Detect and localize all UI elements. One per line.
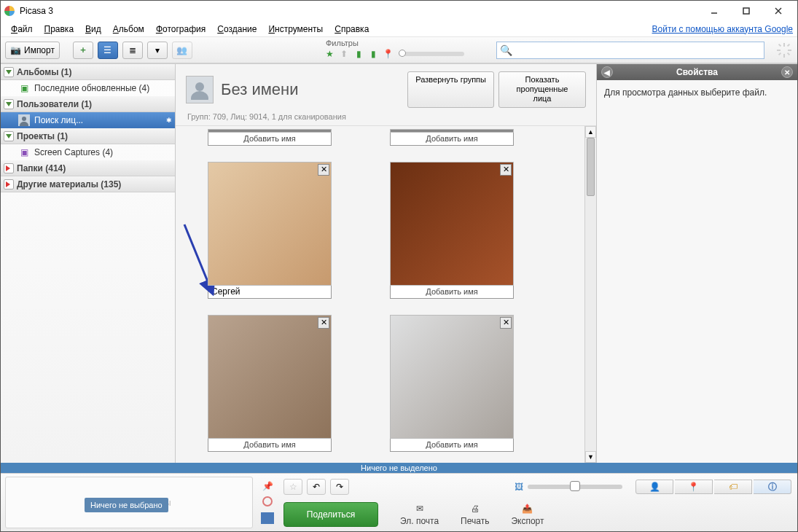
sidebar-item-recent[interactable]: ▣Последние обновленные (4): [1, 80, 175, 96]
email-button[interactable]: ✉Эл. почта: [400, 503, 439, 526]
sidebar-folders-header[interactable]: Папки (414): [1, 160, 175, 176]
expand-groups-button[interactable]: Развернуть группы: [407, 71, 494, 108]
svg-rect-8: [788, 50, 791, 51]
pin-icon[interactable]: 📌: [262, 481, 273, 491]
tab-info-button[interactable]: ⓘ: [754, 480, 791, 494]
face-thumbnail[interactable]: [208, 129, 332, 133]
dismiss-face-button[interactable]: ✕: [500, 164, 512, 176]
add-name-field[interactable]: Добавить имя: [390, 439, 514, 452]
filter-upload-icon[interactable]: ⬆: [337, 47, 351, 60]
menu-album[interactable]: Альбом: [107, 23, 150, 36]
filter-slider[interactable]: [399, 52, 464, 56]
panel-close-button[interactable]: ✕: [781, 66, 793, 78]
add-name-field[interactable]: Добавить имя: [390, 286, 514, 299]
share-mini-button[interactable]: 👥: [172, 42, 192, 59]
svg-rect-11: [787, 44, 790, 47]
sidebar-people-header[interactable]: Пользователи (1): [1, 96, 175, 112]
svg-rect-12: [778, 52, 781, 55]
face-thumbnail[interactable]: ✕: [390, 162, 514, 286]
zoom-slider[interactable]: [528, 485, 622, 489]
rotate-left-button[interactable]: ↶: [307, 479, 326, 495]
svg-point-14: [22, 117, 26, 121]
face-cell: Добавить имя: [383, 129, 521, 146]
search-input[interactable]: 🔍: [496, 42, 764, 59]
view-more-button[interactable]: ▾: [147, 42, 168, 59]
picasa-logo-icon: [4, 5, 15, 17]
scroll-down-button[interactable]: ▼: [585, 451, 596, 463]
face-cell: Добавить имя: [200, 129, 339, 146]
sidebar-other-label: Другие материалы (135): [17, 179, 121, 189]
add-name-field[interactable]: Добавить имя: [390, 133, 514, 146]
view-thumb-button[interactable]: ☰: [98, 42, 118, 59]
list-icon: ≣: [129, 45, 136, 55]
panel-prev-button[interactable]: ◀: [601, 66, 613, 78]
svg-rect-5: [783, 43, 785, 47]
sidebar-albums-header[interactable]: Альбомы (1): [1, 64, 175, 80]
export-button[interactable]: 📤Экспорт: [511, 503, 544, 526]
properties-header: ◀ Свойства ✕: [597, 64, 797, 80]
album-icon[interactable]: [261, 512, 274, 524]
share-button[interactable]: Поделиться: [283, 502, 378, 527]
stats-text: Групп: 709, Лиц: 9014, 1 для сканировани…: [187, 112, 586, 121]
import-button[interactable]: 📷 Импорт: [5, 42, 60, 59]
minimize-button[interactable]: [698, 1, 730, 20]
name-input[interactable]: [211, 286, 328, 297]
import-label: Импорт: [24, 45, 55, 55]
filter-movie-icon[interactable]: ▮: [367, 47, 380, 60]
print-button[interactable]: 🖨Печать: [461, 503, 489, 526]
vertical-scrollbar[interactable]: ▲ ▼: [584, 126, 596, 463]
maximize-button[interactable]: [730, 1, 762, 20]
add-name-field[interactable]: Добавить имя: [208, 133, 332, 146]
print-icon: 🖨: [468, 503, 482, 515]
signin-link[interactable]: Войти с помощью аккаунта Google: [652, 24, 793, 34]
dismiss-face-button[interactable]: ✕: [318, 317, 329, 329]
toolbar: 📷 Импорт ＋ ☰ ≣ ▾ 👥 Фильтры ★ ⬆ ▮ ▮ 📍 🔍: [1, 37, 797, 63]
titlebar: Picasa 3: [1, 1, 797, 21]
dismiss-face-button[interactable]: ✕: [318, 164, 329, 176]
view-list-button[interactable]: ≣: [122, 42, 143, 59]
menu-edit[interactable]: Правка: [39, 23, 80, 36]
face-thumbnail[interactable]: ✕: [208, 315, 332, 439]
name-input-active[interactable]: [208, 286, 332, 299]
menu-view[interactable]: Вид: [79, 23, 107, 36]
sidebar: Альбомы (1) ▣Последние обновленные (4) П…: [1, 64, 176, 463]
menu-help[interactable]: Справка: [329, 23, 375, 36]
show-missed-faces-button[interactable]: Показать пропущенные лица: [498, 71, 586, 108]
svg-rect-6: [783, 54, 785, 58]
star-button[interactable]: ☆: [283, 479, 302, 495]
sidebar-item-search-faces[interactable]: Поиск лиц... ✱: [1, 112, 175, 128]
menu-create[interactable]: Создание: [211, 23, 262, 36]
menu-tools[interactable]: Инструменты: [262, 23, 329, 36]
tab-places-button[interactable]: 📍: [675, 480, 713, 494]
filters-group: Фильтры ★ ⬆ ▮ ▮ 📍: [323, 37, 464, 60]
rotate-right-button[interactable]: ↷: [330, 479, 349, 495]
sidebar-other-header[interactable]: Другие материалы (135): [1, 176, 175, 192]
face-thumbnail[interactable]: ✕: [390, 315, 514, 439]
menu-file[interactable]: Файл: [5, 23, 39, 36]
close-button[interactable]: [762, 1, 794, 20]
scroll-up-button[interactable]: ▲: [585, 126, 596, 138]
pin-red-icon: 📍: [688, 482, 699, 492]
scroll-thumb[interactable]: [587, 138, 595, 196]
person-icon: 👤: [649, 482, 660, 492]
share-label: Поделиться: [307, 509, 355, 520]
sidebar-item-screen-captures[interactable]: ▣Screen Captures (4): [1, 144, 175, 160]
new-album-button[interactable]: ＋: [73, 42, 93, 59]
sidebar-projects-header[interactable]: Проекты (1): [1, 128, 175, 144]
svg-rect-10: [787, 52, 790, 55]
face-thumbnail[interactable]: ✕: [208, 162, 332, 286]
add-name-field[interactable]: Добавить имя: [208, 439, 332, 452]
sidebar-people-label: Пользователи (1): [17, 99, 92, 109]
tab-tags-button[interactable]: 🏷: [714, 480, 752, 494]
dismiss-face-button[interactable]: ✕: [500, 317, 512, 329]
filter-star-icon[interactable]: ★: [323, 47, 336, 60]
menu-photo[interactable]: Фотография: [150, 23, 211, 36]
tab-people-button[interactable]: 👤: [635, 480, 673, 494]
record-icon[interactable]: [262, 496, 273, 506]
filter-geo-icon[interactable]: 📍: [381, 47, 394, 60]
properties-empty-text: Для просмотра данных выберите файл.: [597, 80, 797, 105]
face-thumbnail[interactable]: [390, 129, 514, 133]
face-cell: ✕ Добавить имя: [200, 315, 339, 452]
filter-face-icon[interactable]: ▮: [352, 47, 365, 60]
tool-label: Эл. почта: [400, 516, 439, 526]
